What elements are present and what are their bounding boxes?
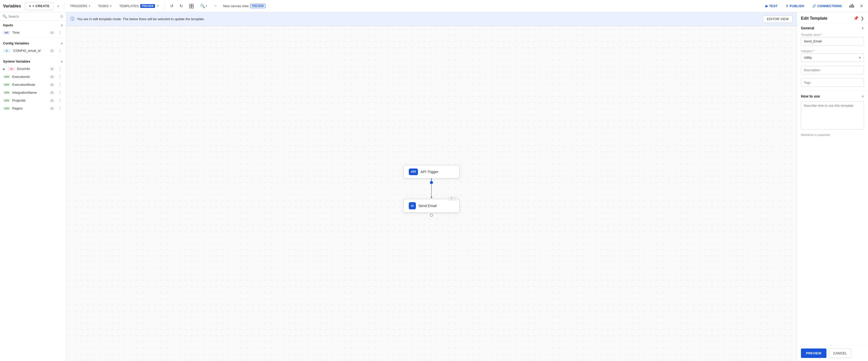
templates-arrow-icon: ▼ [157, 5, 159, 7]
tags-input[interactable] [801, 78, 864, 87]
var-name: ErrorInfo [17, 67, 47, 71]
publish-button[interactable]: ⇧ PUBLISH [782, 3, 807, 9]
list-item: STR ProjectId 0 ⋮ [0, 96, 66, 104]
create-button[interactable]: + + CREATE [25, 2, 53, 10]
zoom-button[interactable]: 🔍 ▼ [198, 2, 210, 10]
how-to-use-chevron-icon: ∧ [862, 94, 864, 98]
filter-icon[interactable]: ☷ [60, 14, 63, 18]
sidebar-search-bar: 🔍 ☷ [0, 12, 66, 21]
search-icon: 🔍 [3, 14, 7, 18]
inputs-list: INT Time 0 ⋮ [0, 29, 66, 36]
top-navigation: Variables + + CREATE ‹ TRIGGERS ▼ TASKS … [0, 0, 868, 12]
banner-message: You are in edit template mode. The below… [77, 17, 205, 21]
connections-button[interactable]: 🔗 CONNECTIONS [809, 3, 845, 9]
category-select[interactable]: Utility Communication Data Other [801, 53, 864, 62]
close-panel-button[interactable]: ❯ [861, 16, 864, 21]
str-badge: STR [3, 91, 10, 94]
general-section-header[interactable]: General ∧ [797, 24, 868, 32]
layout-button[interactable] [187, 2, 196, 10]
var-count: 0 [49, 107, 55, 110]
create-label: + CREATE [32, 4, 50, 8]
templates-label: TEMPLATES [119, 4, 139, 8]
info-icon: ⓘ [70, 16, 74, 22]
canvas-background[interactable]: API API Trigger ▼ ID: 1 ✉ Send Email [66, 26, 797, 361]
how-to-use-section-header[interactable]: How to use ∧ [797, 92, 868, 100]
publish-label: PUBLISH [789, 4, 804, 8]
config-list: S `CONFIG_email_id` 0 ⋮ [0, 47, 66, 55]
preview-button[interactable]: PREVIEW [801, 349, 827, 358]
var-menu-icon[interactable]: ⋮ [57, 48, 63, 53]
int-badge: INT [3, 31, 10, 34]
how-to-use-section-title: How to use [801, 94, 820, 98]
analytics-button[interactable] [847, 2, 856, 11]
canvas-view-label: New canvas view [223, 4, 249, 8]
var-menu-icon[interactable]: ⋮ [57, 74, 63, 79]
var-count: 0 [49, 31, 55, 34]
var-menu-icon[interactable]: ⋮ [57, 30, 63, 35]
template-name-label: Template name * [801, 33, 864, 36]
system-section-header[interactable]: System Variables ∧ [0, 57, 66, 65]
plus-icon: + [29, 4, 31, 8]
var-count: 0 [49, 49, 55, 53]
svg-rect-7 [853, 5, 854, 8]
var-menu-icon[interactable]: ⋮ [57, 98, 63, 103]
list-item: STR IntegrationName 0 ⋮ [0, 89, 66, 96]
info-banner: ⓘ You are in edit template mode. The bel… [66, 12, 797, 26]
api-trigger-node[interactable]: API API Trigger [403, 165, 460, 178]
right-panel-header: Edit Template 📌 ❯ [797, 12, 868, 24]
description-input[interactable] [801, 66, 864, 74]
how-to-use-textarea[interactable] [801, 101, 864, 130]
description-field [797, 64, 868, 77]
var-menu-icon[interactable]: ⋮ [57, 82, 63, 87]
inputs-section-header[interactable]: Inputs ∧ [0, 21, 66, 29]
system-section-title: System Variables [3, 59, 30, 63]
node-id: ID: 1 [449, 197, 457, 200]
section-divider [0, 37, 66, 38]
api-trigger-label: API Trigger [421, 170, 438, 174]
search-icon: 🔍 [200, 4, 205, 8]
editor-view-button[interactable]: EDITOR VIEW [763, 15, 793, 23]
triggers-button[interactable]: TRIGGERS ▼ [67, 3, 93, 9]
svg-rect-3 [192, 6, 193, 8]
s-badge: S [3, 49, 10, 53]
connections-label: CONNECTIONS [817, 4, 842, 8]
var-menu-icon[interactable]: ⋮ [57, 90, 63, 95]
undo-button[interactable]: ↺ [168, 2, 176, 10]
var-count: 0 [49, 75, 55, 79]
node-output-dot [430, 214, 433, 217]
rp-divider [797, 90, 868, 91]
triggers-arrow-icon: ▼ [88, 5, 91, 7]
template-name-input[interactable] [801, 37, 864, 46]
left-sidebar: 🔍 ☷ Inputs ∧ INT Time 0 ⋮ Config Variabl… [0, 12, 66, 361]
var-name: ExecutionId [12, 75, 47, 79]
svg-rect-5 [851, 5, 851, 8]
general-chevron-icon: ∧ [862, 26, 864, 30]
var-menu-icon[interactable]: ⋮ [57, 66, 63, 71]
config-section-header[interactable]: Config Variables ∧ [0, 39, 66, 47]
collapse-sidebar-button[interactable]: ‹ [55, 2, 61, 10]
svg-rect-6 [852, 4, 853, 8]
nav-divider-2 [165, 3, 165, 10]
list-item: ▶ U ErrorInfo 0 ⋮ [0, 65, 66, 73]
general-section-title: General [801, 26, 814, 30]
list-item: S `CONFIG_email_id` 0 ⋮ [0, 47, 66, 55]
var-count: 0 [49, 83, 55, 87]
zoom-out-button[interactable]: − [212, 2, 219, 10]
pin-button[interactable]: 📌 [854, 16, 859, 21]
inputs-section-title: Inputs [3, 23, 13, 27]
var-menu-icon[interactable]: ⋮ [57, 106, 63, 111]
section-divider-2 [0, 56, 66, 56]
str-badge: STR [3, 83, 10, 87]
redo-button[interactable]: ↻ [178, 2, 185, 10]
app-title: Variables [3, 4, 21, 8]
tasks-button[interactable]: TASKS ▼ [95, 3, 115, 9]
zoom-arrow-icon: ▼ [205, 5, 208, 7]
nav-divider [64, 3, 64, 10]
menu-button[interactable]: ≡ [858, 2, 865, 10]
templates-button[interactable]: TEMPLATES PREVIEW ▼ [117, 3, 162, 9]
test-button[interactable]: ▶ TEST [763, 3, 780, 9]
expand-icon[interactable]: ▶ [3, 67, 5, 71]
cancel-button[interactable]: CANCEL [829, 349, 851, 358]
search-input[interactable] [8, 15, 59, 18]
send-email-node[interactable]: ID: 1 ✉ Send Email [403, 199, 460, 213]
